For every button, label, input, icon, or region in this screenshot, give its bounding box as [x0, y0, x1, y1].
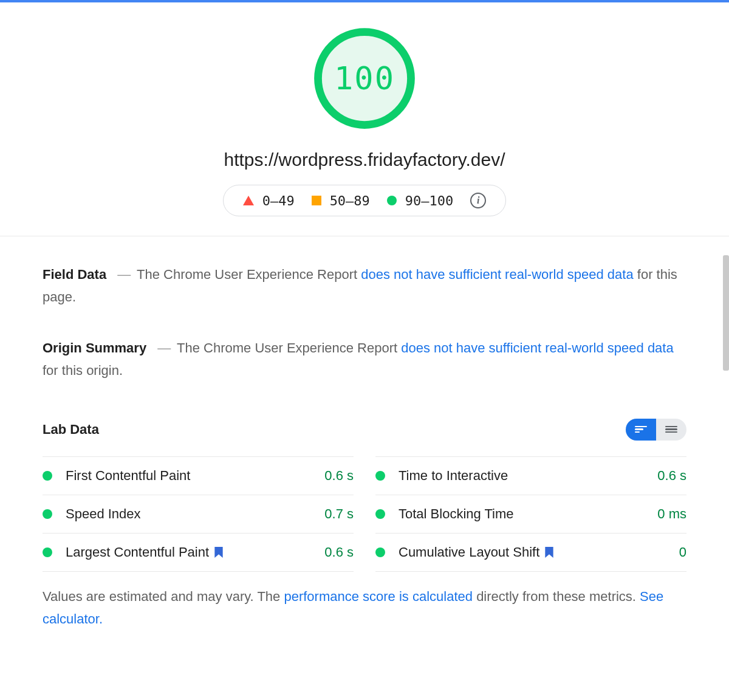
metric-value: 0.6 s — [324, 468, 354, 484]
status-dot-icon — [375, 547, 385, 557]
metric-value: 0.6 s — [324, 544, 354, 560]
score-header: 100 https://wordpress.fridayfactory.dev/… — [0, 2, 729, 236]
origin-summary-title: Origin Summary — [43, 340, 146, 355]
origin-summary-link[interactable]: does not have sufficient real-world spee… — [401, 340, 673, 355]
metric-name: Speed Index — [66, 506, 324, 522]
metric-row[interactable]: Total Blocking Time0 ms — [375, 495, 686, 533]
footnote-prefix: Values are estimated and may vary. The — [43, 589, 284, 604]
tested-url: https://wordpress.fridayfactory.dev/ — [0, 149, 729, 170]
metric-name-text: Speed Index — [66, 506, 141, 522]
metric-row[interactable]: Speed Index0.7 s — [43, 495, 354, 533]
metric-name: Cumulative Layout Shift — [399, 544, 679, 560]
score-legend: 0–49 50–89 90–100 i — [223, 185, 507, 216]
metric-value: 0 ms — [657, 506, 686, 522]
metric-name: Largest Contentful Paint — [66, 544, 324, 560]
view-toggle-compact[interactable] — [656, 419, 686, 441]
legend-good: 90–100 — [387, 193, 453, 208]
status-dot-icon — [375, 509, 385, 519]
metric-row[interactable]: Largest Contentful Paint0.6 s — [43, 533, 354, 572]
status-dot-icon — [43, 547, 52, 557]
metric-row[interactable]: Cumulative Layout Shift0 — [375, 533, 686, 572]
lab-data-title: Lab Data — [43, 422, 99, 437]
metric-name-text: Cumulative Layout Shift — [399, 544, 539, 560]
square-orange-icon — [312, 196, 321, 205]
metric-name-text: Largest Contentful Paint — [66, 544, 209, 560]
lines-equal-icon — [665, 425, 677, 434]
info-icon[interactable]: i — [470, 193, 486, 208]
metric-row[interactable]: First Contentful Paint0.6 s — [43, 456, 354, 495]
bookmark-icon — [214, 546, 224, 558]
metric-name-text: First Contentful Paint — [66, 468, 190, 484]
metric-value: 0.7 s — [324, 506, 354, 522]
metric-name-text: Total Blocking Time — [399, 506, 514, 522]
status-dot-icon — [43, 471, 52, 481]
em-dash: — — [157, 340, 171, 355]
status-dot-icon — [375, 471, 385, 481]
field-data-title: Field Data — [43, 267, 106, 282]
em-dash: — — [117, 267, 131, 282]
field-data-section: Field Data — The Chrome User Experience … — [43, 263, 686, 309]
field-data-prefix: The Chrome User Experience Report — [137, 267, 361, 282]
bookmark-icon — [544, 546, 554, 558]
origin-summary-suffix: for this origin. — [43, 363, 123, 378]
lines-descending-icon — [635, 425, 647, 434]
scrollbar-thumb[interactable] — [723, 255, 729, 371]
footnote-link-calculated[interactable]: performance score is calculated — [284, 589, 473, 604]
metric-value: 0 — [679, 544, 686, 560]
metric-name: Time to Interactive — [399, 468, 657, 484]
score-value: 100 — [313, 27, 416, 130]
field-data-link[interactable]: does not have sufficient real-world spee… — [361, 267, 633, 282]
circle-green-icon — [387, 196, 397, 205]
footnote-mid: directly from these metrics. — [473, 589, 640, 604]
origin-summary-section: Origin Summary — The Chrome User Experie… — [43, 337, 686, 382]
metric-name-text: Time to Interactive — [399, 468, 508, 484]
legend-good-label: 90–100 — [405, 193, 453, 208]
status-dot-icon — [43, 509, 52, 519]
legend-poor: 0–49 — [243, 193, 295, 208]
metric-name: Total Blocking Time — [399, 506, 657, 522]
triangle-red-icon — [243, 196, 254, 205]
legend-average: 50–89 — [312, 193, 370, 208]
legend-avg-label: 50–89 — [330, 193, 370, 208]
report-body: Field Data — The Chrome User Experience … — [0, 236, 729, 630]
view-toggle — [626, 419, 686, 441]
view-toggle-expanded[interactable] — [626, 419, 656, 441]
metric-name: First Contentful Paint — [66, 468, 324, 484]
metrics-grid: First Contentful Paint0.6 sTime to Inter… — [43, 456, 686, 572]
origin-summary-prefix: The Chrome User Experience Report — [177, 340, 401, 355]
lab-data-footnote: Values are estimated and may vary. The p… — [43, 585, 686, 631]
lab-data-header: Lab Data — [43, 419, 686, 441]
metric-row[interactable]: Time to Interactive0.6 s — [375, 456, 686, 495]
score-gauge: 100 — [313, 27, 416, 130]
metric-value: 0.6 s — [657, 468, 686, 484]
legend-poor-label: 0–49 — [262, 193, 295, 208]
